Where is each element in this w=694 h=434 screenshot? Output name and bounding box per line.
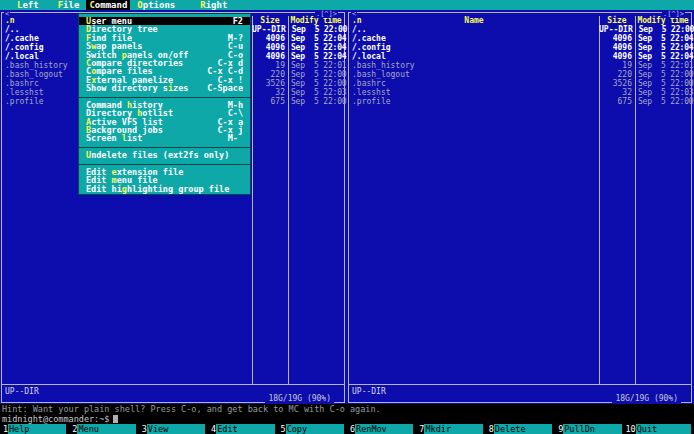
ministatus-divider	[2, 384, 344, 385]
file-mtime: Sep 5 22:03	[288, 88, 346, 97]
file-size: 675	[599, 97, 635, 106]
label-text: ight	[206, 0, 228, 10]
menu-item-edit-highlighting-group-file[interactable]: Edit highlighting group file	[79, 185, 250, 193]
file-row[interactable]: /.local4096Sep 5 22:04	[349, 52, 691, 61]
fkey-label: RenMov	[355, 424, 413, 434]
label-text: Edit hi	[86, 185, 122, 193]
mc-terminal-screen: LeftFileCommandOptionsRight < .[^]> .n N…	[0, 0, 694, 434]
panel-up-button[interactable]: .[^]>	[315, 10, 338, 18]
file-mtime: Sep 5 22:04	[288, 34, 346, 43]
file-size: 4096	[252, 34, 288, 43]
text-cursor	[113, 415, 118, 423]
file-row[interactable]: .bash_logout220Sep 5 22:00	[349, 70, 691, 79]
label-text: ptions	[143, 0, 176, 10]
file-size: 220	[599, 70, 635, 79]
file-name: .bashrc	[349, 79, 599, 88]
menu-shortcut: F2	[233, 17, 243, 25]
menu-shortcut: M-`	[228, 134, 243, 142]
file-row[interactable]: /..UP--DIRSep 5 22:00	[349, 25, 691, 34]
column-header-name[interactable]: Name	[349, 16, 599, 25]
file-size: 4096	[252, 43, 288, 52]
fkey-view-button[interactable]: 3View	[139, 424, 208, 434]
hint-line: Hint: Want your plain shell? Press C-o, …	[0, 404, 694, 414]
fkey-label: Mkdir	[424, 424, 482, 434]
menu-bar: LeftFileCommandOptionsRight	[0, 0, 694, 10]
menu-separator	[79, 160, 250, 168]
file-mtime: Sep 5 22:03	[635, 88, 693, 97]
label-text: hlighting group file	[127, 185, 229, 193]
file-size: 19	[252, 61, 288, 70]
file-row[interactable]: /.cache4096Sep 5 22:04	[349, 34, 691, 43]
file-mtime: Sep 5 22:00	[635, 97, 693, 106]
disk-usage: 18G/19G (90%)	[265, 394, 334, 403]
file-mtime: Sep 5 22:00	[289, 25, 347, 34]
file-mtime: Sep 5 22:04	[635, 34, 693, 43]
panel-history-back-button[interactable]: <	[351, 10, 357, 18]
panel-up-button[interactable]: .[^]>	[662, 10, 685, 18]
file-size: 19	[599, 61, 635, 70]
menubar-item-command[interactable]: Command	[86, 0, 130, 10]
menu-separator	[79, 143, 250, 151]
menu-separator	[79, 93, 250, 101]
file-mtime: Sep 5 22:04	[635, 52, 693, 61]
disk-usage: 18G/19G (90%)	[612, 394, 681, 403]
file-size: 32	[599, 88, 635, 97]
file-row[interactable]: .profile675Sep 5 22:00	[349, 97, 691, 106]
file-row[interactable]: .lesshst32Sep 5 22:03	[349, 88, 691, 97]
file-name: .lesshst	[349, 88, 599, 97]
file-size: 3526	[599, 79, 635, 88]
fkey-label: Menu	[77, 424, 135, 434]
label-text: ndelete files (ext2fs only)	[91, 151, 229, 159]
menubar-item-options[interactable]: Options	[134, 0, 178, 10]
label-text: Show directory s	[86, 84, 168, 92]
label-text: zes	[173, 84, 188, 92]
panel-history-back-button[interactable]: <	[4, 10, 10, 18]
menu-item-undelete-files-ext2fs-only-[interactable]: Undelete files (ext2fs only)	[79, 151, 250, 159]
file-mtime: Sep 5 22:00	[636, 25, 694, 34]
column-header-size[interactable]: Size	[599, 16, 635, 25]
label-text: eft	[22, 0, 38, 10]
label-text: ile	[63, 0, 79, 10]
fkey-delete-button[interactable]: 8Delete	[486, 424, 555, 434]
fkey-number: 9	[555, 424, 563, 434]
mini-status: UP--DIR	[5, 387, 39, 396]
file-mtime: Sep 5 22:01	[288, 61, 346, 70]
file-row[interactable]: .bash_history19Sep 5 22:01	[349, 61, 691, 70]
menubar-item-left[interactable]: Left	[14, 0, 42, 10]
file-name: /.config	[349, 43, 599, 52]
fkey-label: PullDn	[563, 424, 621, 434]
fkey-number: 8	[486, 424, 494, 434]
fkey-edit-button[interactable]: 4Edit	[208, 424, 277, 434]
fkey-pulldn-button[interactable]: 9PullDn	[555, 424, 624, 434]
file-size: 4096	[599, 34, 635, 43]
fkey-renmov-button[interactable]: 6RenMov	[347, 424, 416, 434]
file-mtime: Sep 5 22:01	[635, 61, 693, 70]
file-name: .bash_logout	[349, 70, 599, 79]
column-header-size[interactable]: Size	[252, 16, 288, 25]
file-name: .bash_history	[349, 61, 599, 70]
menu-shortcut: C-Space	[207, 84, 243, 92]
fkey-number: 1	[0, 424, 8, 434]
file-mtime: Sep 5 22:04	[288, 52, 346, 61]
fkey-copy-button[interactable]: 5Copy	[278, 424, 347, 434]
fkey-label: Edit	[216, 424, 274, 434]
fkey-label: Copy	[286, 424, 344, 434]
label-text: ommand	[95, 0, 128, 10]
fkey-menu-button[interactable]: 2Menu	[69, 424, 138, 434]
menu-item-screen-list[interactable]: Screen listM-`	[79, 134, 250, 142]
file-size: 675	[252, 97, 288, 106]
fkey-label: View	[147, 424, 205, 434]
fkey-mkdir-button[interactable]: 7Mkdir	[416, 424, 485, 434]
panel-column-headers: .n Name Size Modify time	[349, 16, 691, 25]
file-row[interactable]: .bashrc3526Sep 5 22:00	[349, 79, 691, 88]
menubar-item-file[interactable]: File	[55, 0, 83, 10]
fkey-quit-button[interactable]: 10Quit	[625, 424, 694, 434]
menu-item-show-directory-sizes[interactable]: Show directory sizesC-Space	[79, 84, 250, 92]
file-mtime: Sep 5 22:00	[635, 79, 693, 88]
file-list: /..UP--DIRSep 5 22:00/.cache4096Sep 5 22…	[349, 25, 691, 106]
file-size: 32	[252, 88, 288, 97]
fkey-help-button[interactable]: 1Help	[0, 424, 69, 434]
menubar-item-right[interactable]: Right	[197, 0, 230, 10]
file-row[interactable]: /.config4096Sep 5 22:04	[349, 43, 691, 52]
command-line[interactable]: midnight@commander:~$	[0, 414, 694, 424]
